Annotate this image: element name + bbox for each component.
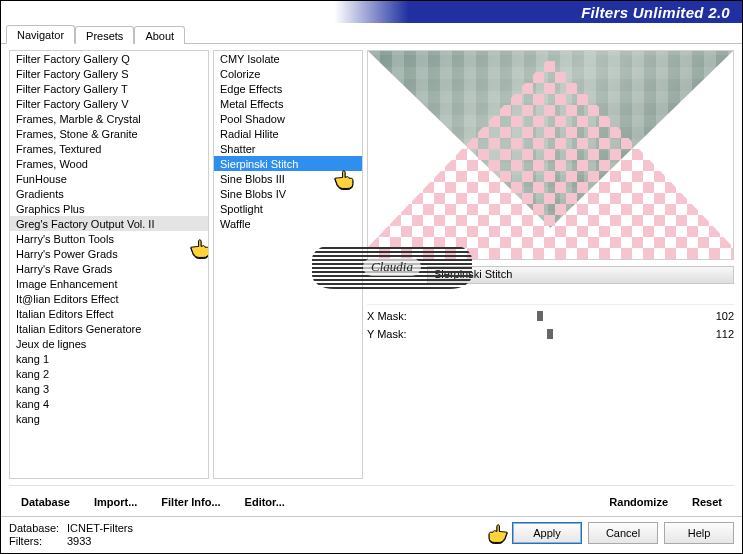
filter-name-field: Sierpinski Stitch [427, 266, 734, 284]
filter-item[interactable]: Sine Blobs IV [214, 186, 362, 201]
category-item[interactable]: Filter Factory Gallery T [10, 81, 208, 96]
category-item[interactable]: kang 3 [10, 381, 208, 396]
category-item[interactable]: Italian Editors Effect [10, 306, 208, 321]
category-item[interactable]: Image Enhancement [10, 276, 208, 291]
category-item[interactable]: Italian Editors Generatore [10, 321, 208, 336]
filter-item[interactable]: Waffle [214, 216, 362, 231]
category-item[interactable]: Harry's Power Grads [10, 246, 208, 261]
editor-button[interactable]: Editor... [233, 492, 297, 512]
pointer-icon [484, 522, 510, 544]
filter-item[interactable]: Edge Effects [214, 81, 362, 96]
filters-count-value: 3933 [67, 535, 91, 547]
toolbar: Database Import... Filter Info... Editor… [9, 485, 734, 512]
apply-button[interactable]: Apply [512, 522, 582, 544]
reset-button[interactable]: Reset [680, 492, 734, 512]
category-item[interactable]: FunHouse [10, 171, 208, 186]
param-value: 102 [700, 310, 734, 322]
category-item[interactable]: Frames, Textured [10, 141, 208, 156]
category-item[interactable]: Harry's Button Tools [10, 231, 208, 246]
database-value: ICNET-Filters [67, 522, 133, 534]
tab-navigator[interactable]: Navigator [6, 25, 75, 44]
category-item[interactable]: kang 4 [10, 396, 208, 411]
parameter-panel: X Mask:102Y Mask:112 [367, 304, 734, 343]
category-item[interactable]: Graphics Plus [10, 201, 208, 216]
watermark: Claudia [312, 245, 472, 289]
filter-preview [367, 50, 734, 260]
category-item[interactable]: kang 2 [10, 366, 208, 381]
category-item[interactable]: Frames, Marble & Crystal [10, 111, 208, 126]
param-value: 112 [700, 328, 734, 340]
filter-item[interactable]: CMY Isolate [214, 51, 362, 66]
database-label: Database: [9, 522, 61, 534]
category-item[interactable]: kang 1 [10, 351, 208, 366]
category-item[interactable]: Gradients [10, 186, 208, 201]
database-button[interactable]: Database [9, 492, 82, 512]
filters-count-label: Filters: [9, 535, 61, 547]
filter-item[interactable]: Colorize [214, 66, 362, 81]
filter-item[interactable]: Metal Effects [214, 96, 362, 111]
filter-item[interactable]: Spotlight [214, 201, 362, 216]
import-button[interactable]: Import... [82, 492, 149, 512]
param-slider[interactable] [433, 327, 692, 341]
filter-info-button[interactable]: Filter Info... [149, 492, 232, 512]
tab-about[interactable]: About [134, 26, 185, 44]
category-item[interactable]: kang [10, 411, 208, 426]
cancel-button[interactable]: Cancel [588, 522, 658, 544]
category-item[interactable]: Filter Factory Gallery V [10, 96, 208, 111]
filter-item[interactable]: Shatter [214, 141, 362, 156]
title-bar: Filters Unlimited 2.0 [1, 1, 742, 24]
filter-item[interactable]: Pool Shadow [214, 111, 362, 126]
category-item[interactable]: Harry's Rave Grads [10, 261, 208, 276]
category-list[interactable]: Filter Factory Gallery QFilter Factory G… [9, 50, 209, 479]
filter-item[interactable]: Sierpinski Stitch [214, 156, 362, 171]
tab-strip: Navigator Presets About [1, 23, 742, 44]
category-item[interactable]: Frames, Stone & Granite [10, 126, 208, 141]
category-item[interactable]: It@lian Editors Effect [10, 291, 208, 306]
footer: Database:ICNET-Filters Filters:3933 Appl… [1, 516, 742, 553]
randomize-button[interactable]: Randomize [597, 492, 680, 512]
filter-item[interactable]: Sine Blobs III [214, 171, 362, 186]
param-label: Y Mask: [367, 328, 425, 340]
window-title: Filters Unlimited 2.0 [581, 4, 730, 21]
category-item[interactable]: Frames, Wood [10, 156, 208, 171]
param-label: X Mask: [367, 310, 425, 322]
category-item[interactable]: Filter Factory Gallery S [10, 66, 208, 81]
help-button[interactable]: Help [664, 522, 734, 544]
watermark-label: Claudia [363, 258, 421, 276]
category-item[interactable]: Jeux de lignes [10, 336, 208, 351]
param-slider[interactable] [433, 309, 692, 323]
category-item[interactable]: Filter Factory Gallery Q [10, 51, 208, 66]
tab-presets[interactable]: Presets [75, 26, 134, 44]
filter-item[interactable]: Radial Hilite [214, 126, 362, 141]
category-item[interactable]: Greg's Factory Output Vol. II [10, 216, 208, 231]
